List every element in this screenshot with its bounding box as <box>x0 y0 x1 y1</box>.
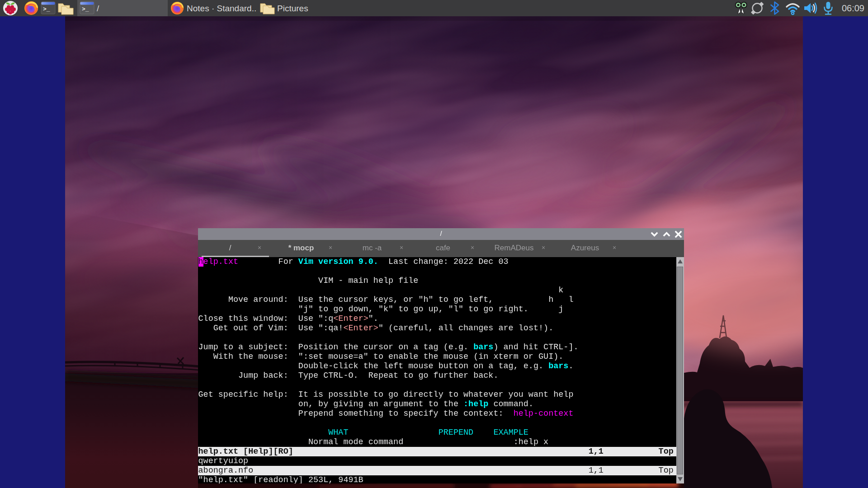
svg-text:>_: >_ <box>82 6 89 13</box>
svg-text:/: / <box>97 4 99 13</box>
svg-text:Pictures: Pictures <box>277 4 308 13</box>
svg-text:Notes · Standard..: Notes · Standard.. <box>187 4 256 13</box>
svg-text:>_: >_ <box>43 6 50 13</box>
svg-text:06:09: 06:09 <box>842 3 864 13</box>
